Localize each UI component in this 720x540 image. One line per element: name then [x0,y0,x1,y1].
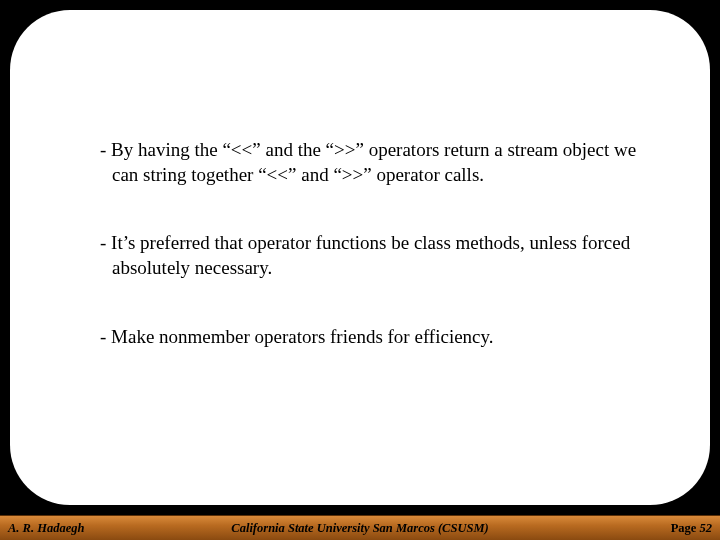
slide-content: - By having the “<<” and the “>>” operat… [100,138,660,393]
footer-author: A. R. Hadaegh [8,521,84,536]
footer-page-number: 52 [700,521,713,535]
bullet-3: - Make nonmember operators friends for e… [100,325,660,350]
bullet-1: - By having the “<<” and the “>>” operat… [100,138,660,187]
footer-bar: A. R. Hadaegh California State Universit… [0,515,720,540]
footer-page: Page 52 [671,521,712,536]
bullet-2: - It’s preferred that operator functions… [100,231,660,280]
footer-institution: California State University San Marcos (… [0,521,720,536]
slide-frame: - By having the “<<” and the “>>” operat… [10,10,710,505]
footer-page-label: Page [671,521,697,535]
